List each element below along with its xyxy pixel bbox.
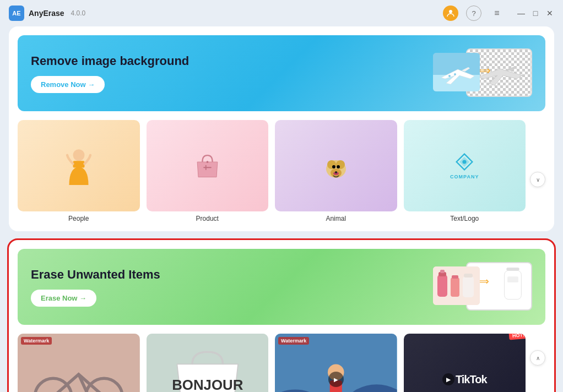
minimize-button[interactable]: — (517, 9, 526, 18)
category-tiktok[interactable]: ▶ TikTok HOT! TikTok Logo (404, 334, 526, 392)
svg-rect-27 (452, 275, 458, 279)
erase-banner: Erase Unwanted Items Erase Now → (18, 249, 545, 325)
dog-svg (320, 148, 353, 184)
play-button-icon: ▶ (328, 372, 344, 387)
svg-point-14 (332, 165, 335, 168)
erase-items-section: Erase Unwanted Items Erase Now → (9, 240, 554, 392)
svg-rect-25 (440, 270, 445, 273)
diamond-svg (454, 152, 474, 172)
category-product[interactable]: Product (147, 120, 269, 222)
svg-point-0 (449, 10, 452, 13)
category-text[interactable]: BONJOUR Text (147, 334, 269, 392)
pink-products-svg (433, 266, 480, 305)
category-watermark[interactable]: Watermark Watermark (18, 334, 140, 392)
thumb-animal (275, 120, 397, 211)
svg-point-17 (335, 171, 337, 173)
video-watermark-badge: Watermark (278, 337, 309, 345)
thumb-people (18, 120, 140, 211)
text-thumb-svg: BONJOUR (147, 334, 269, 392)
svg-rect-23 (437, 275, 447, 297)
banner-illustration: ⟹ (433, 48, 532, 98)
remove-bg-banner: Remove image background Remove Now → (18, 35, 545, 111)
company-logo: COMPANY (450, 152, 479, 179)
app-version: 4.0.0 (71, 9, 86, 17)
scroll-up-button[interactable]: ∧ (530, 350, 545, 366)
app-title: AnyErase (29, 9, 64, 18)
erase-banner-illustration: ⟹ (433, 262, 532, 312)
thumb-textlogo: COMPANY (404, 120, 526, 211)
svg-rect-26 (451, 277, 459, 297)
watermark-badge: Watermark (21, 337, 52, 345)
thumb-product (147, 120, 269, 211)
people-svg (62, 146, 95, 185)
erase-row1: Watermark Watermark BONJOUR (18, 334, 526, 392)
hot-badge: HOT! (508, 334, 526, 340)
category-animal-label: Animal (326, 215, 346, 222)
plane-original (433, 53, 480, 91)
titlebar-right: ? ≡ — □ ✕ (443, 6, 554, 21)
svg-point-18 (463, 160, 467, 164)
svg-text:BONJOUR: BONJOUR (172, 377, 243, 392)
svg-rect-20 (505, 271, 522, 300)
maximize-button[interactable]: □ (531, 9, 540, 18)
erase-banner-text: Erase Unwanted Items Erase Now → (31, 268, 160, 307)
remove-now-button[interactable]: Remove Now → (31, 76, 105, 93)
svg-rect-19 (506, 268, 519, 270)
svg-point-3 (448, 75, 451, 77)
erase-now-button[interactable]: Erase Now → (31, 290, 96, 307)
help-icon[interactable]: ? (466, 6, 481, 21)
erase-category-rows: Watermark Watermark BONJOUR (18, 334, 526, 392)
thumb-text: BONJOUR (147, 334, 269, 392)
svg-rect-28 (463, 276, 474, 297)
svg-point-9 (206, 161, 208, 163)
category-textlogo-label: Text/Logo (450, 215, 479, 222)
banner-title: Remove image background (31, 54, 189, 68)
tiktok-icon: ▶ (442, 373, 454, 385)
category-grid: People Product (18, 120, 526, 222)
remove-bg-section: Remove image background Remove Now → (9, 26, 554, 231)
close-button[interactable]: ✕ (545, 9, 554, 18)
banner-text: Remove image background Remove Now → (31, 54, 189, 93)
titlebar-left: AE AnyErase 4.0.0 (9, 6, 85, 21)
thumb-tiktok: ▶ TikTok HOT! (404, 334, 526, 392)
svg-rect-6 (73, 161, 84, 167)
window-controls: — □ ✕ (517, 9, 554, 18)
erase-category-container: Watermark Watermark BONJOUR (18, 334, 545, 392)
bottle-svg (499, 268, 527, 307)
category-video-watermark[interactable]: Watermark ▶ Video Watermark (275, 334, 397, 392)
category-people[interactable]: People (18, 120, 140, 222)
thumb-video: Watermark ▶ (275, 334, 397, 392)
thumb-watermark: Watermark (18, 334, 140, 392)
category-animal[interactable]: Animal (275, 120, 397, 222)
svg-point-15 (337, 165, 340, 168)
titlebar: AE AnyErase 4.0.0 ? ≡ — □ ✕ (0, 0, 563, 26)
svg-rect-21 (507, 276, 518, 282)
category-people-label: People (68, 215, 89, 222)
main-content: Remove image background Remove Now → (0, 26, 563, 392)
category-textlogo[interactable]: COMPANY Text/Logo (404, 120, 526, 222)
svg-point-5 (73, 149, 84, 161)
menu-icon[interactable]: ≡ (489, 6, 505, 21)
svg-rect-8 (205, 165, 207, 170)
tiktok-logo: ▶ TikTok (442, 373, 487, 386)
svg-point-4 (454, 73, 456, 75)
category-product-label: Product (196, 215, 219, 222)
plane-with-sky (433, 53, 480, 91)
svg-rect-7 (203, 167, 212, 168)
svg-rect-29 (464, 274, 473, 277)
app-icon: AE (9, 6, 24, 21)
avatar-icon[interactable] (443, 6, 458, 21)
erase-banner-title: Erase Unwanted Items (31, 268, 160, 282)
company-text: COMPANY (450, 174, 479, 179)
scroll-down-button[interactable]: ∨ (530, 172, 545, 187)
bag-svg (192, 149, 223, 182)
category-row: People Product (18, 120, 545, 222)
product-original (433, 266, 480, 305)
